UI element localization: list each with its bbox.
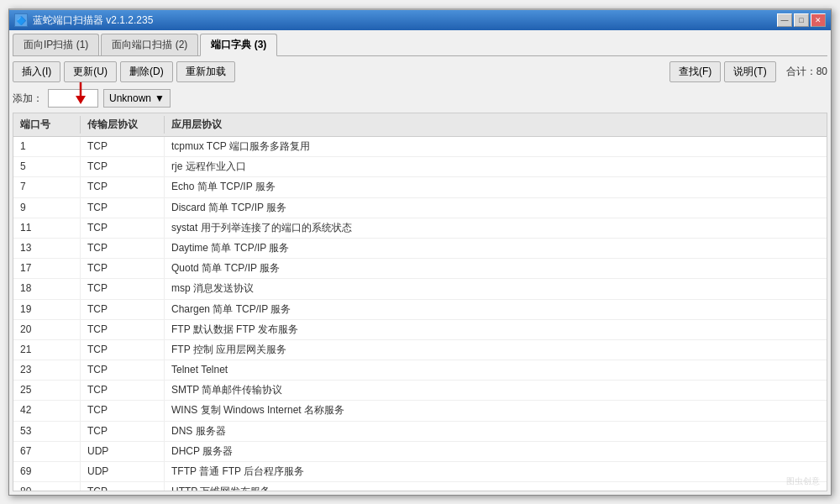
add-label: 添加：: [13, 92, 43, 106]
table-cell-1: TCP: [81, 320, 165, 339]
table-cell-1: TCP: [81, 259, 165, 278]
table-cell-2: DHCP 服务器: [165, 442, 827, 461]
table-cell-0: 5: [13, 157, 81, 176]
table-cell-1: TCP: [81, 401, 165, 420]
table-cell-2: Echo 简单 TCP/IP 服务: [165, 177, 827, 197]
table-cell-1: TCP: [81, 177, 165, 197]
reload-button[interactable]: 重新加载: [176, 61, 235, 82]
table-cell-2: TFTP 普通 FTP 后台程序服务: [165, 462, 827, 481]
table-cell-0: 19: [13, 300, 81, 319]
table-header: 端口号 传输层协议 应用层协议: [13, 113, 827, 137]
table-row[interactable]: 80TCPHTTP 万维网发布服务: [13, 482, 827, 491]
arrow-indicator: [68, 81, 93, 110]
table-cell-2: msp 消息发送协议: [165, 279, 827, 298]
table-cell-2: systat 用于列举连接了的端口的系统状态: [165, 218, 827, 238]
table-cell-2: WINS 复制 Windows Internet 名称服务: [165, 401, 827, 420]
table-cell-0: 17: [13, 259, 81, 278]
update-button[interactable]: 更新(U): [64, 61, 117, 82]
table-row[interactable]: 9TCPDiscard 简单 TCP/IP 服务: [13, 198, 827, 218]
maximize-button[interactable]: □: [794, 13, 809, 27]
table-cell-2: FTP 控制 应用层网关服务: [165, 340, 827, 360]
table-cell-0: 69: [13, 462, 81, 481]
table-row[interactable]: 11TCPsystat 用于列举连接了的端口的系统状态: [13, 218, 827, 239]
title-bar-left: 🔷 蓝蛇端口扫描器 v2.1.2.235: [14, 13, 153, 28]
table-cell-0: 18: [13, 279, 81, 298]
table-cell-1: UDP: [81, 442, 165, 461]
table-cell-1: TCP: [81, 340, 165, 360]
table-cell-1: TCP: [81, 381, 165, 400]
svg-marker-1: [76, 96, 86, 104]
toolbar: 插入(I) 更新(U) 删除(D) 重新加载 查找(F) 说明(T) 合计：80: [13, 60, 827, 84]
table-cell-0: 7: [13, 177, 81, 197]
table-cell-2: Daytime 简单 TCP/IP 服务: [165, 239, 827, 258]
table-cell-2: DNS 服务器: [165, 422, 827, 441]
table-cell-1: TCP: [81, 198, 165, 218]
close-button[interactable]: ✕: [811, 13, 826, 27]
content-area: 面向IP扫描 (1) 面向端口扫描 (2) 端口字典 (3) 插入(I) 更新(…: [9, 30, 831, 495]
table-body: 1TCPtcpmux TCP 端口服务多路复用5TCPrje 远程作业入口7TC…: [13, 137, 827, 491]
table-cell-1: TCP: [81, 279, 165, 298]
table-cell-0: 20: [13, 320, 81, 339]
delete-button[interactable]: 删除(D): [120, 61, 173, 82]
table-cell-1: TCP: [81, 300, 165, 319]
table-row[interactable]: 19TCPChargen 简单 TCP/IP 服务: [13, 300, 827, 320]
header-port: 端口号: [13, 116, 81, 134]
table-cell-2: Discard 简单 TCP/IP 服务: [165, 198, 827, 218]
table-cell-0: 11: [13, 218, 81, 238]
table-row[interactable]: 67UDPDHCP 服务器: [13, 442, 827, 462]
table-cell-1: TCP: [81, 157, 165, 176]
table-cell-0: 13: [13, 239, 81, 258]
table-row[interactable]: 25TCPSMTP 简单邮件传输协议: [13, 381, 827, 401]
table-cell-0: 67: [13, 442, 81, 461]
table-row[interactable]: 7TCPEcho 简单 TCP/IP 服务: [13, 177, 827, 197]
total-label: 合计：80: [786, 65, 827, 79]
table-cell-0: 25: [13, 381, 81, 400]
table-cell-0: 23: [13, 360, 81, 380]
table-cell-0: 80: [13, 482, 81, 491]
port-table-container: 端口号 传输层协议 应用层协议 1TCPtcpmux TCP 端口服务多路复用5…: [13, 113, 827, 491]
insert-button[interactable]: 插入(I): [13, 61, 60, 82]
table-cell-0: 53: [13, 422, 81, 441]
table-row[interactable]: 5TCPrje 远程作业入口: [13, 157, 827, 177]
table-cell-2: Telnet Telnet: [165, 360, 827, 380]
table-row[interactable]: 17TCPQuotd 简单 TCP/IP 服务: [13, 259, 827, 279]
table-row[interactable]: 53TCPDNS 服务器: [13, 422, 827, 442]
table-row[interactable]: 42TCPWINS 复制 Windows Internet 名称服务: [13, 401, 827, 421]
tab-ip-scan[interactable]: 面向IP扫描 (1): [13, 34, 99, 55]
title-bar: 🔷 蓝蛇端口扫描器 v2.1.2.235 — □ ✕: [9, 10, 831, 30]
table-row[interactable]: 18TCPmsp 消息发送协议: [13, 279, 827, 299]
table-cell-0: 42: [13, 401, 81, 420]
help-button[interactable]: 说明(T): [724, 61, 775, 82]
table-cell-2: SMTP 简单邮件传输协议: [165, 381, 827, 400]
table-cell-1: TCP: [81, 482, 165, 491]
table-cell-1: UDP: [81, 462, 165, 481]
table-row[interactable]: 21TCPFTP 控制 应用层网关服务: [13, 340, 827, 360]
protocol-dropdown[interactable]: Unknown ▼: [103, 89, 171, 108]
table-cell-1: TCP: [81, 218, 165, 238]
table-cell-1: TCP: [81, 360, 165, 380]
table-row[interactable]: 69UDPTFTP 普通 FTP 后台程序服务: [13, 462, 827, 482]
table-cell-2: rje 远程作业入口: [165, 157, 827, 176]
table-cell-0: 21: [13, 340, 81, 360]
table-cell-1: TCP: [81, 137, 165, 156]
table-row[interactable]: 20TCPFTP 默认数据 FTP 发布服务: [13, 320, 827, 340]
table-cell-2: Chargen 简单 TCP/IP 服务: [165, 300, 827, 319]
table-cell-0: 1: [13, 137, 81, 156]
window-title: 蓝蛇端口扫描器 v2.1.2.235: [33, 13, 153, 28]
table-cell-2: FTP 默认数据 FTP 发布服务: [165, 320, 827, 339]
search-button[interactable]: 查找(F): [669, 61, 721, 82]
add-row: 添加： Unknown ▼: [13, 87, 827, 109]
table-cell-0: 9: [13, 198, 81, 218]
table-cell-1: TCP: [81, 422, 165, 441]
main-window: 🔷 蓝蛇端口扫描器 v2.1.2.235 — □ ✕ 面向IP扫描 (1) 面向…: [8, 8, 832, 496]
tab-port-dict[interactable]: 端口字典 (3): [200, 34, 277, 56]
table-cell-2: HTTP 万维网发布服务: [165, 482, 827, 491]
app-icon: 🔷: [14, 13, 28, 27]
minimize-button[interactable]: —: [777, 13, 792, 27]
title-buttons: — □ ✕: [777, 13, 826, 27]
table-row[interactable]: 1TCPtcpmux TCP 端口服务多路复用: [13, 137, 827, 157]
table-row[interactable]: 23TCPTelnet Telnet: [13, 360, 827, 381]
table-cell-2: Quotd 简单 TCP/IP 服务: [165, 259, 827, 278]
tab-port-scan[interactable]: 面向端口扫描 (2): [101, 34, 198, 55]
table-row[interactable]: 13TCPDaytime 简单 TCP/IP 服务: [13, 239, 827, 259]
